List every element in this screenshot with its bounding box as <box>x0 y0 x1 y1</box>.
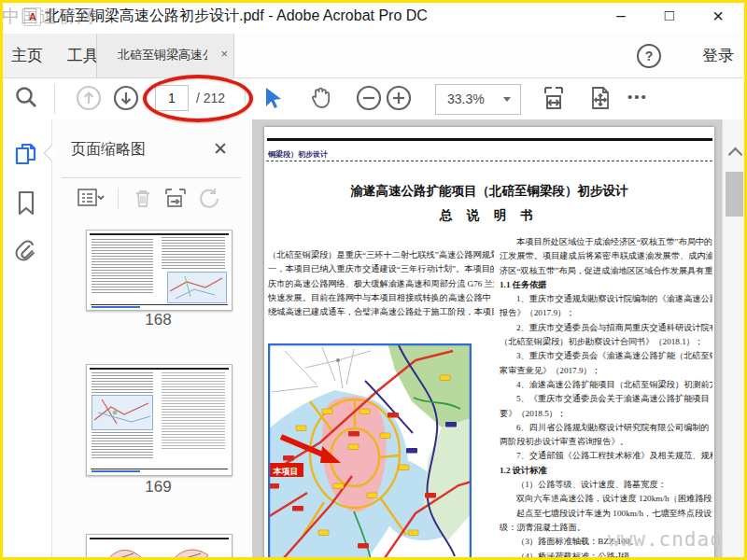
doc-text-line: （北碚至铜梁段）是重庆“三环十二射七联线”高速公路网规划中五 <box>268 248 494 262</box>
panel-close-icon[interactable]: ✕ <box>213 138 228 160</box>
bookmarks-icon[interactable] <box>12 189 40 217</box>
thumb-rule <box>91 304 228 305</box>
next-page-icon[interactable] <box>112 84 140 112</box>
document-tab-close-icon[interactable]: × <box>220 47 228 61</box>
thumb-rule <box>90 233 229 235</box>
doc-text-line: 双向六车道高速公路，设计速度 120km/h（困难路段采用 100km/h） <box>500 492 712 506</box>
doc-text-line: （北碚至铜梁段）初步勘察设计合同书》（2018.1）； <box>500 335 712 349</box>
fit-page-icon[interactable] <box>586 84 614 112</box>
zoom-level-value: 33.3% <box>447 91 485 106</box>
tab-home[interactable]: 主页 <box>11 45 43 66</box>
chevron-down-icon <box>503 97 511 102</box>
tab-bar-blank <box>233 34 747 77</box>
thumbnail-page-169[interactable] <box>86 364 233 476</box>
pdf-app-icon: A <box>24 7 41 26</box>
scroll-up-icon[interactable] <box>728 147 743 162</box>
previous-page-icon[interactable] <box>75 84 103 112</box>
doc-text-line: 快速发展。目前在路网中与本项目相接或转换的高速公路中，三环高 <box>268 291 494 305</box>
project-location-map: 本项目 <box>268 343 472 560</box>
zoom-out-icon[interactable] <box>355 84 383 112</box>
page-number-input[interactable] <box>155 85 189 111</box>
close-button[interactable]: × <box>697 0 740 32</box>
divider <box>62 177 241 178</box>
thumb-text-block <box>92 432 153 458</box>
map-project-label: 本项目 <box>273 467 299 476</box>
thumb-link <box>92 470 140 472</box>
thumb-text-block <box>92 239 153 295</box>
scrollbar-thumb[interactable] <box>726 172 743 217</box>
title-bar: A 北碚至铜梁高速公路初步设计.pdf - Adobe Acrobat Pro … <box>0 0 747 34</box>
window-title: 北碚至铜梁高速公路初步设计.pdf - Adobe Acrobat Pro DC <box>45 7 428 26</box>
hand-tool-icon[interactable] <box>306 84 334 112</box>
doc-text-line: 2、重庆市交通委员会与招商局重庆交通科研设计院有限公司签署的 <box>500 321 712 335</box>
zoom-level-dropdown[interactable]: 33.3% <box>435 84 521 115</box>
acrobat-window: A 北碚至铜梁高速公路初步设计.pdf - Adobe Acrobat Pro … <box>0 0 747 560</box>
more-tools-button[interactable]: ••• <box>627 89 648 105</box>
document-view: 铜梁段）初步设计 渝遂高速公路扩能项目（北碚至铜梁段）初步设计 总 说 明 书 … <box>252 119 747 560</box>
doc-text-line: 1.1 任务依据 <box>500 278 712 292</box>
doc-text-line: 起点至七塘段设计车速为 100km/h，七塘至终点段设计车速为 120 <box>500 507 712 521</box>
thumbnail-label: 168 <box>86 311 231 329</box>
delete-pages-icon[interactable] <box>131 187 155 209</box>
tab-document[interactable]: 北碚至铜梁高速公... × <box>96 34 234 77</box>
doc-text-line: （4）桥涵荷载标准：公路-Ⅰ级。 <box>500 550 712 560</box>
doc-text-line: 6、四川省公路规划勘察设计研究院有限公司编制的《渝遂高速公路 <box>500 421 712 435</box>
select-tool-icon[interactable] <box>258 84 286 112</box>
minimize-button[interactable]: – <box>599 0 642 32</box>
doc-text-line: 报告》（2017.9）； <box>500 306 712 320</box>
attachments-icon[interactable] <box>12 237 40 265</box>
doc-text-line: 要》（2018.5）； <box>500 407 712 421</box>
page-count-label: / 212 <box>196 91 225 105</box>
maximize-button[interactable]: □ <box>648 0 691 32</box>
document-tab-label: 北碚至铜梁高速公... <box>118 47 207 63</box>
thumb-text-block <box>162 372 225 451</box>
thumb-rule <box>91 469 228 469</box>
thumbnail-options-button[interactable] <box>77 187 101 209</box>
thumbnail-panel: 页面缩略图 ✕ <box>52 119 253 560</box>
page-top-rule <box>267 138 712 141</box>
page-header-divider <box>266 161 712 161</box>
sign-in-button[interactable]: 登录 <box>702 45 734 66</box>
right-text-column: 本项目所处区域位于成渝经济区“双核五带”布局中的成遂渝发展带江发展带。项目建成后… <box>500 235 712 560</box>
thumb-rule <box>90 538 229 539</box>
left-text-column: （北碚至铜梁段）是重庆“三环十二射七联线”高速公路网规划中五一，本项目已纳入重庆… <box>268 248 494 319</box>
tab-tools[interactable]: 工具 <box>67 45 99 66</box>
doc-text-line: （1）公路等级、设计速度、路基宽度： <box>500 478 712 492</box>
thumbnail-page-next-partial[interactable] <box>86 534 233 560</box>
separator <box>54 84 55 114</box>
doc-text-line: 家审查意见》（2017.9）； <box>500 364 712 378</box>
page-thumbnails-icon[interactable] <box>12 140 40 168</box>
document-subtitle: 总 说 明 书 <box>264 207 714 224</box>
help-icon[interactable]: ? <box>637 44 661 68</box>
doc-text-line: 一，本项目已纳入重庆市交通建设“三年行动计划”。本项目的建设 <box>268 262 494 276</box>
doc-text-line: 江发展带。项目建成后将紧密串联成遂渝发展带、成内渝发展带及沿长 <box>500 249 712 263</box>
doc-text-line: 两阶段初步设计审查咨询报告》。 <box>500 435 712 449</box>
navigation-rail <box>0 119 52 560</box>
thumb-sketch <box>87 540 230 560</box>
crop-pages-icon[interactable] <box>162 187 187 209</box>
thumb-rule <box>90 368 229 370</box>
thumbnail-page-168[interactable] <box>86 230 233 311</box>
rotate-pages-icon[interactable] <box>196 187 220 209</box>
main-toolbar: / 212 33.3% <box>0 78 747 120</box>
doc-text-line: 1、重庆市交通规划勘察设计院编制的《渝遂高速公路扩能（北碚至 <box>500 292 712 306</box>
panel-title: 页面缩略图 <box>71 140 146 160</box>
thumbnail-label: 169 <box>86 478 231 497</box>
thumb-text-block <box>92 372 153 393</box>
doc-text-line: 本项目所处区域位于成渝经济区“双核五带”布局中的成遂渝发展带 <box>500 235 712 249</box>
pdf-page: 铜梁段）初步设计 渝遂高速公路扩能项目（北碚至铜梁段）初步设计 总 说 明 书 … <box>264 127 714 560</box>
thumb-link <box>92 306 140 308</box>
search-icon[interactable] <box>12 84 40 112</box>
zoom-in-icon[interactable] <box>385 84 413 112</box>
doc-text-line: 4、渝遂高速公路扩能项目（北碚至铜梁段）初测前方案审查会《会 <box>500 378 712 392</box>
thumb-text-block <box>162 237 225 269</box>
doc-text-line: 绕城高速已建成通车，合璧津高速公路处于施工阶段，本项目渝遂扩 <box>268 305 494 319</box>
page-running-header: 铜梁段）初步设计 <box>268 149 328 160</box>
document-scrollbar[interactable] <box>722 119 747 560</box>
thumb-map <box>167 272 227 303</box>
fit-width-icon[interactable] <box>540 84 568 112</box>
doc-text-line: 济区“双核五带”布局，促进成渝地区区域合作发展具有重要意义。 <box>500 264 712 278</box>
thumb-map <box>92 395 153 430</box>
doc-text-line: 庆市的高速公路网络、极大缓解渝遂高速和周部分流 G76 兰海高速交 <box>268 277 494 291</box>
separator <box>118 189 119 209</box>
